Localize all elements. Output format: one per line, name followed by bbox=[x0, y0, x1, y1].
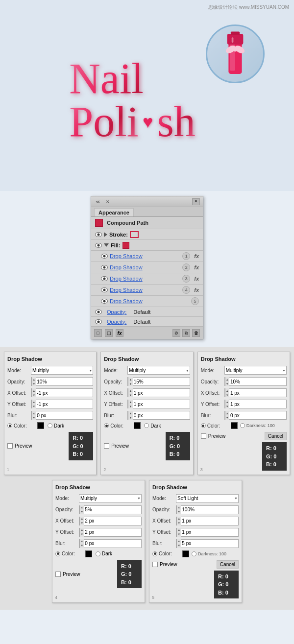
ds1-blur-input[interactable] bbox=[36, 413, 93, 418]
ds1-mode-select-wrap[interactable]: Multiply bbox=[31, 366, 93, 375]
panel-menu-btn[interactable]: ≡ bbox=[192, 198, 200, 205]
ds2-dark-radio[interactable] bbox=[144, 423, 149, 428]
ds3-blur-input-wrap[interactable]: ▲ ▼ bbox=[224, 411, 287, 420]
ds4-yoffset-down[interactable]: ▼ bbox=[80, 532, 84, 537]
ds2-color-swatch[interactable] bbox=[134, 422, 141, 429]
panel-close-btn[interactable]: ✕ bbox=[104, 199, 111, 204]
ds3-opacity-down[interactable]: ▼ bbox=[225, 382, 229, 386]
ds1-xoffset-spinner[interactable]: ▲ ▼ bbox=[31, 388, 36, 397]
ds2-yoffset-up[interactable]: ▲ bbox=[128, 400, 132, 404]
stroke-expand-icon[interactable] bbox=[104, 232, 107, 237]
ds5-blur-down[interactable]: ▼ bbox=[177, 544, 181, 548]
ds5-xoffset-up[interactable]: ▲ bbox=[177, 517, 181, 521]
ds4-yoffset-input[interactable] bbox=[84, 529, 141, 535]
ds2-yoffset-down[interactable]: ▼ bbox=[128, 404, 132, 408]
ds5-yoffset-input[interactable] bbox=[181, 529, 238, 535]
ds1-blur-input-wrap[interactable]: ▲ ▼ bbox=[31, 411, 93, 420]
ds5-cancel-btn[interactable]: Cancel bbox=[217, 560, 239, 569]
ds5-color-radio[interactable] bbox=[152, 551, 157, 556]
ds2-blur-input[interactable] bbox=[133, 413, 190, 418]
ds2-color-radio[interactable] bbox=[104, 423, 109, 428]
ds5-xoffset-input-wrap[interactable]: ▲ ▼ bbox=[176, 517, 239, 525]
ds1-blur-spinner[interactable]: ▲ ▼ bbox=[31, 411, 36, 420]
ds3-xoffset-up[interactable]: ▲ bbox=[225, 388, 229, 393]
ds4-blur-down[interactable]: ▼ bbox=[80, 544, 84, 548]
ds5-mode-select[interactable]: Soft Light bbox=[176, 494, 239, 503]
ds5-yoffset-input-wrap[interactable]: ▲ ▼ bbox=[176, 528, 239, 537]
stroke-eye-icon[interactable] bbox=[95, 232, 102, 237]
effect2-link[interactable]: Drop Shadow bbox=[110, 264, 143, 270]
ds1-preview-checkbox[interactable] bbox=[7, 443, 13, 449]
ds3-mode-select[interactable]: Multiply bbox=[224, 366, 287, 375]
ds3-color-radio[interactable] bbox=[201, 423, 206, 428]
ds4-mode-select[interactable]: Multiply bbox=[79, 494, 142, 503]
ds4-preview-checkbox[interactable] bbox=[55, 572, 61, 577]
ds5-blur-up[interactable]: ▲ bbox=[177, 539, 181, 544]
ds2-yoffset-spinner[interactable]: ▲ ▼ bbox=[128, 400, 132, 408]
ds4-blur-spinner[interactable]: ▲ ▼ bbox=[79, 539, 84, 548]
ds2-blur-down[interactable]: ▼ bbox=[128, 415, 132, 420]
opacity1-eye[interactable] bbox=[95, 310, 102, 314]
fill-eye-icon[interactable] bbox=[95, 243, 102, 248]
ds5-xoffset-spinner[interactable]: ▲ ▼ bbox=[176, 517, 181, 525]
ds4-blur-input-wrap[interactable]: ▲ ▼ bbox=[79, 539, 142, 548]
ds3-opacity-up[interactable]: ▲ bbox=[225, 377, 229, 382]
ds2-blur-up[interactable]: ▲ bbox=[128, 411, 132, 415]
ds3-yoffset-input-wrap[interactable]: ▲ ▼ bbox=[224, 400, 287, 408]
ds4-xoffset-input[interactable] bbox=[84, 518, 141, 524]
opacity1-label[interactable]: Opacity: bbox=[107, 309, 126, 315]
ds3-blur-spinner[interactable]: ▲ ▼ bbox=[225, 411, 229, 420]
ds2-opacity-down[interactable]: ▼ bbox=[128, 382, 132, 386]
ds5-xoffset-down[interactable]: ▼ bbox=[177, 521, 181, 525]
ds4-yoffset-up[interactable]: ▲ bbox=[80, 528, 84, 532]
effect1-eye-icon[interactable] bbox=[101, 254, 108, 259]
ds3-opacity-input-wrap[interactable]: ▲ ▼ bbox=[224, 377, 287, 386]
ds1-dark-radio[interactable] bbox=[48, 423, 52, 428]
ds5-blur-input-wrap[interactable]: ▲ ▼ bbox=[176, 539, 239, 548]
ds1-yoffset-spinner[interactable]: ▲ ▼ bbox=[31, 400, 36, 408]
ds2-opacity-up[interactable]: ▲ bbox=[128, 377, 132, 382]
ds1-yoffset-up[interactable]: ▲ bbox=[32, 400, 36, 404]
ds3-xoffset-down[interactable]: ▼ bbox=[225, 393, 229, 397]
ds5-opacity-up[interactable]: ▲ bbox=[177, 505, 181, 510]
ds1-xoffset-input-wrap[interactable]: ▲ ▼ bbox=[31, 388, 93, 397]
fx-add-icon[interactable]: fx bbox=[116, 329, 123, 337]
effect5-link[interactable]: Drop Shadow bbox=[110, 298, 143, 304]
ds3-yoffset-up[interactable]: ▲ bbox=[225, 400, 229, 404]
ds2-mode-select-wrap[interactable]: Multiply bbox=[127, 366, 190, 375]
ds5-dark-radio[interactable] bbox=[192, 551, 196, 556]
ds5-yoffset-spinner[interactable]: ▲ ▼ bbox=[176, 528, 181, 537]
duplicate-icon[interactable]: ◫ bbox=[105, 329, 113, 337]
panel-expand-btn[interactable]: ≪ bbox=[94, 199, 101, 204]
ds2-opacity-spinner[interactable]: ▲ ▼ bbox=[128, 377, 132, 386]
ds4-yoffset-spinner[interactable]: ▲ ▼ bbox=[79, 528, 84, 537]
ds4-opacity-up[interactable]: ▲ bbox=[80, 505, 84, 510]
ds3-opacity-spinner[interactable]: ▲ ▼ bbox=[225, 377, 229, 386]
ds2-opacity-input-wrap[interactable]: ▲ ▼ bbox=[127, 377, 190, 386]
ds3-yoffset-down[interactable]: ▼ bbox=[225, 404, 229, 408]
effect1-link[interactable]: Drop Shadow bbox=[110, 253, 143, 259]
ds1-color-radio[interactable] bbox=[7, 423, 12, 428]
ds5-blur-input[interactable] bbox=[181, 541, 238, 546]
ds2-blur-input-wrap[interactable]: ▲ ▼ bbox=[127, 411, 190, 420]
opacity2-eye[interactable] bbox=[95, 319, 102, 324]
ds1-mode-select[interactable]: Multiply bbox=[31, 366, 93, 375]
ds3-xoffset-input-wrap[interactable]: ▲ ▼ bbox=[224, 388, 287, 397]
ds4-xoffset-spinner[interactable]: ▲ ▼ bbox=[79, 517, 84, 525]
ds3-dark-radio[interactable] bbox=[240, 423, 245, 428]
effect5-eye-icon[interactable] bbox=[101, 299, 108, 304]
effect3-eye-icon[interactable] bbox=[101, 276, 108, 281]
ds3-xoffset-spinner[interactable]: ▲ ▼ bbox=[225, 388, 229, 397]
ds4-blur-input[interactable] bbox=[84, 541, 141, 546]
ds4-opacity-spinner[interactable]: ▲ ▼ bbox=[79, 505, 84, 514]
ds3-blur-input[interactable] bbox=[229, 413, 286, 418]
ds1-yoffset-input[interactable] bbox=[36, 402, 93, 407]
ds2-xoffset-up[interactable]: ▲ bbox=[128, 388, 132, 393]
ds4-blur-up[interactable]: ▲ bbox=[80, 539, 84, 544]
ds4-xoffset-input-wrap[interactable]: ▲ ▼ bbox=[79, 517, 142, 525]
ds2-xoffset-input[interactable] bbox=[133, 390, 190, 396]
copy-icon[interactable]: ⧉ bbox=[182, 329, 190, 337]
ds2-preview-checkbox[interactable] bbox=[104, 443, 109, 449]
ds5-yoffset-down[interactable]: ▼ bbox=[177, 532, 181, 537]
ds5-opacity-spinner[interactable]: ▲ ▼ bbox=[176, 505, 181, 514]
